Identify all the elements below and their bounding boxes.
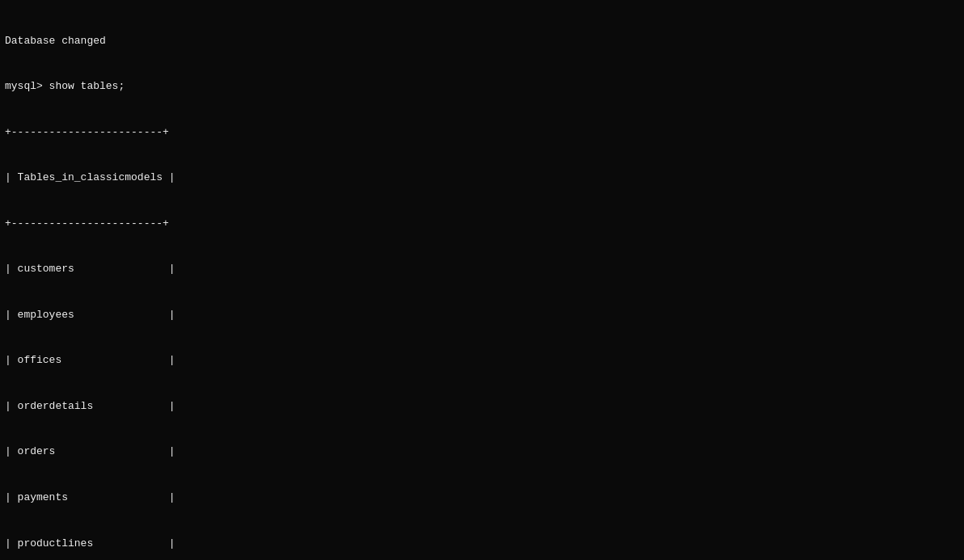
- line-customers: | customers |: [5, 262, 959, 277]
- line-offices: | offices |: [5, 353, 959, 368]
- line-border-1: +------------------------+: [5, 125, 959, 141]
- line-payments: | payments |: [5, 491, 959, 506]
- line-employees: | employees |: [5, 308, 959, 323]
- terminal-window: Database changed mysql> show tables; +--…: [0, 0, 964, 560]
- line-productlines: | productlines |: [5, 537, 959, 552]
- line-orderdetails: | orderdetails |: [5, 399, 959, 415]
- line-show-tables-cmd: mysql> show tables;: [5, 79, 959, 95]
- line-db-changed: Database changed: [5, 34, 959, 49]
- line-header: | Tables_in_classicmodels |: [5, 171, 959, 186]
- line-border-2: +------------------------+: [5, 217, 959, 232]
- line-orders: | orders |: [5, 444, 959, 460]
